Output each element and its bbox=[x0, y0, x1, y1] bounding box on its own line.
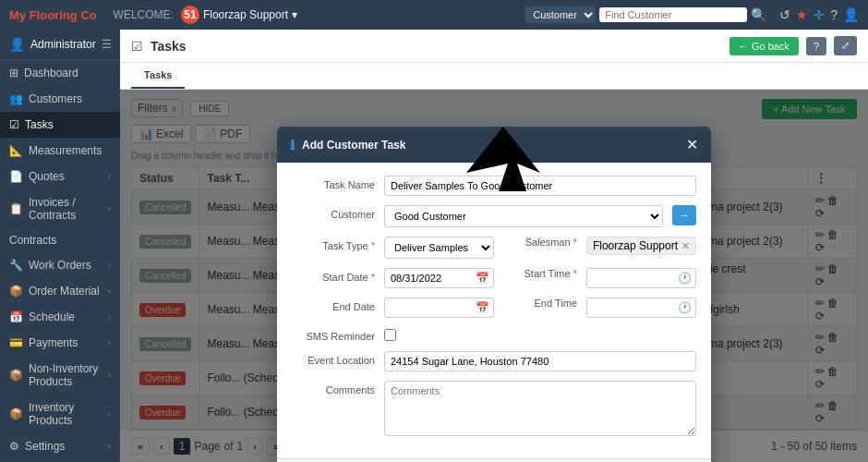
welcome-label: WELCOME: bbox=[114, 8, 174, 21]
sms-checkbox[interactable] bbox=[384, 329, 396, 341]
help-button[interactable]: ? bbox=[806, 37, 826, 55]
start-time-wrapper: 🕐 bbox=[586, 268, 696, 288]
modal-header: ℹ Add Customer Task ✕ bbox=[277, 127, 711, 163]
sms-checkbox-wrapper bbox=[384, 327, 396, 341]
main-content: ☑ Tasks ← Go back ? ⤢ Tasks + Add New Ta… bbox=[120, 30, 868, 462]
sidebar-item-contracts[interactable]: Contracts bbox=[0, 228, 120, 252]
measurements-icon: 📐 bbox=[9, 144, 23, 157]
noninventory-icon: 📦 bbox=[9, 369, 23, 382]
help-icon[interactable]: ? bbox=[830, 7, 838, 22]
event-location-label: Event Location bbox=[292, 351, 375, 366]
calendar-icon[interactable]: 📅 bbox=[476, 301, 489, 314]
schedule-icon: 📅 bbox=[9, 310, 23, 323]
settings-icon: ⚙ bbox=[9, 440, 19, 453]
customer-select[interactable]: Good Customer bbox=[384, 205, 663, 227]
chevron-right-icon: › bbox=[108, 204, 111, 213]
customer-row: Customer Good Customer → bbox=[292, 205, 696, 227]
expand-button[interactable]: ⤢ bbox=[834, 36, 857, 55]
page-title: Tasks bbox=[151, 39, 187, 54]
salesman-remove-icon[interactable]: ✕ bbox=[681, 240, 690, 252]
chevron-right-icon: › bbox=[108, 409, 111, 419]
event-location-input[interactable] bbox=[384, 351, 696, 371]
comments-input[interactable] bbox=[384, 381, 696, 436]
customer-go-button[interactable]: → bbox=[672, 205, 696, 225]
end-date-label: End Date bbox=[292, 298, 375, 312]
chevron-right-icon: › bbox=[108, 312, 111, 322]
sidebar-item-inventory[interactable]: 📦 Inventory Products › bbox=[0, 395, 120, 433]
menu-icon[interactable]: ☰ bbox=[102, 38, 112, 51]
sub-header: ☑ Tasks ← Go back ? ⤢ bbox=[120, 30, 868, 63]
sidebar-item-workorders[interactable]: 🔧 Work Orders › bbox=[0, 252, 120, 278]
modal-body: Task Name Customer Good Customer → bbox=[277, 163, 711, 458]
end-time-label: End Time bbox=[512, 298, 577, 309]
sidebar: 👤 Administrator ☰ ⊞ Dashboard 👥 Customer… bbox=[0, 30, 120, 462]
tab-tasks[interactable]: Tasks bbox=[131, 63, 185, 89]
invoices-icon: 📋 bbox=[9, 202, 23, 215]
sidebar-item-dashboard[interactable]: ⊞ Dashboard bbox=[0, 60, 120, 86]
sidebar-item-invoices[interactable]: 📋 Invoices / Contracts › bbox=[0, 189, 120, 228]
task-type-label: Task Type bbox=[292, 237, 375, 251]
calendar-icon[interactable]: 📅 bbox=[476, 272, 489, 285]
sidebar-item-customers[interactable]: 👥 Customers bbox=[0, 86, 120, 112]
sidebar-item-settings[interactable]: ⚙ Settings › bbox=[0, 433, 120, 459]
customer-dropdown[interactable]: Customer bbox=[525, 6, 596, 23]
workorders-icon: 🔧 bbox=[9, 259, 23, 272]
task-name-input[interactable] bbox=[384, 176, 696, 196]
cross-icon[interactable]: ✛ bbox=[814, 7, 825, 22]
refresh-icon[interactable]: ↺ bbox=[779, 7, 790, 22]
tab-bar: Tasks bbox=[120, 63, 868, 90]
search-area: Customer 🔍 bbox=[525, 6, 766, 23]
customers-icon: 👥 bbox=[9, 92, 23, 105]
sidebar-item-noninventory[interactable]: 📦 Non-Inventory Products › bbox=[0, 356, 120, 395]
sidebar-item-measurements[interactable]: 📐 Measurements bbox=[0, 138, 120, 164]
user-avatar: 51 bbox=[181, 6, 199, 24]
dashboard-icon: ⊞ bbox=[9, 67, 18, 79]
payments-icon: 💳 bbox=[9, 336, 23, 349]
sidebar-item-quotes[interactable]: 📄 Quotes › bbox=[0, 164, 120, 189]
modal-info-icon: ℹ bbox=[290, 138, 295, 152]
modal-close-button[interactable]: ✕ bbox=[686, 136, 698, 153]
sidebar-user: 👤 Administrator ☰ bbox=[0, 30, 120, 60]
chevron-right-icon: › bbox=[108, 442, 111, 451]
comments-label: Comments bbox=[292, 381, 375, 395]
sidebar-item-payments[interactable]: 💳 Payments › bbox=[0, 330, 120, 356]
modal-footer: Cancel Save Task bbox=[277, 458, 711, 462]
salesman-label: Salesman bbox=[512, 237, 577, 248]
user-icon: 👤 bbox=[9, 37, 25, 52]
tasks-header-icon: ☑ bbox=[131, 39, 143, 54]
task-name-row: Task Name bbox=[292, 176, 696, 196]
task-name-label: Task Name bbox=[292, 176, 375, 190]
topbar-user[interactable]: 51 Floorzap Support ▾ bbox=[181, 6, 297, 24]
task-type-select[interactable]: Deliver Samples bbox=[384, 237, 494, 259]
comments-row: Comments bbox=[292, 381, 696, 436]
user-icon[interactable]: 👤 bbox=[843, 7, 859, 22]
search-icon[interactable]: 🔍 bbox=[751, 7, 766, 22]
sidebar-item-ordermaterial[interactable]: 📦 Order Material › bbox=[0, 278, 120, 304]
sidebar-username: Administrator bbox=[30, 38, 96, 51]
clock-icon[interactable]: 🕐 bbox=[678, 272, 692, 285]
salesman-tag: Floorzap Support ✕ bbox=[586, 237, 696, 255]
chevron-right-icon: › bbox=[108, 338, 111, 347]
start-time-label: Start Time bbox=[512, 268, 577, 279]
customer-label: Customer bbox=[292, 205, 375, 220]
task-content: + Add New Task Filters x HIDE 📊 Excel 📄 … bbox=[120, 90, 868, 462]
chevron-right-icon: › bbox=[108, 261, 111, 270]
salesman-value: Floorzap Support bbox=[593, 239, 678, 252]
star-icon[interactable]: ★ bbox=[796, 7, 808, 22]
sidebar-item-schedule[interactable]: 📅 Schedule › bbox=[0, 304, 120, 330]
sms-label: SMS Reminder bbox=[292, 327, 375, 342]
tasks-icon: ☑ bbox=[9, 118, 19, 131]
app-logo: My Flooring Co bbox=[9, 8, 97, 22]
task-type-row: Task Type Deliver Samples Salesman Floor… bbox=[292, 237, 696, 259]
sms-row: SMS Reminder bbox=[292, 327, 696, 342]
search-input[interactable] bbox=[599, 7, 747, 22]
clock-icon[interactable]: 🕐 bbox=[678, 301, 692, 314]
topbar-icons: ↺ ★ ✛ ? 👤 bbox=[779, 7, 859, 22]
chevron-right-icon: › bbox=[108, 371, 111, 380]
start-date-label: Start Date bbox=[292, 268, 375, 283]
go-back-button[interactable]: ← Go back bbox=[729, 37, 799, 55]
sidebar-item-tasks[interactable]: ☑ Tasks bbox=[0, 112, 120, 138]
topbar: My Flooring Co WELCOME: 51 Floorzap Supp… bbox=[0, 0, 868, 30]
main-layout: 👤 Administrator ☰ ⊞ Dashboard 👥 Customer… bbox=[0, 30, 868, 462]
quotes-icon: 📄 bbox=[9, 170, 23, 183]
